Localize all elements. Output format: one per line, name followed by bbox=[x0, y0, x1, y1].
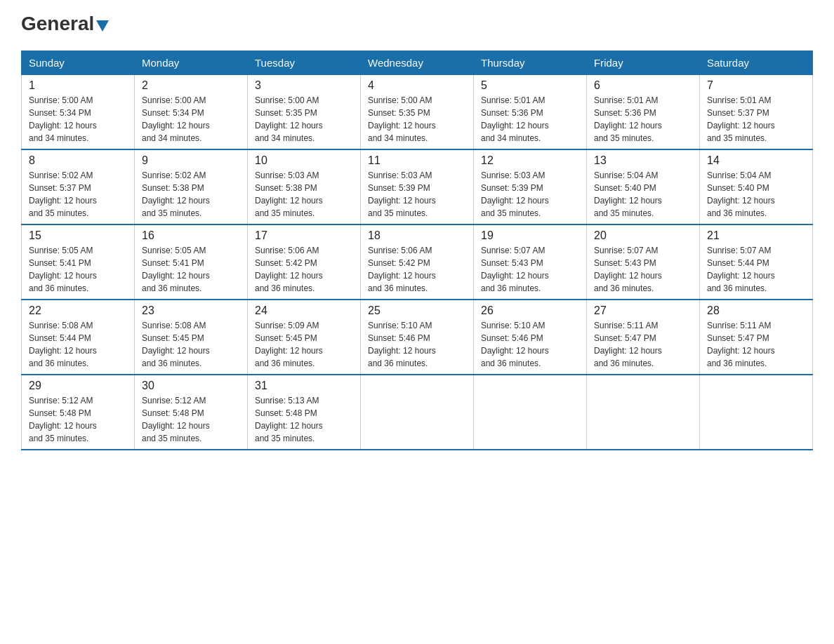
calendar-cell: 14Sunrise: 5:04 AMSunset: 5:40 PMDayligh… bbox=[700, 149, 813, 224]
day-detail: Sunrise: 5:09 AMSunset: 5:45 PMDaylight:… bbox=[255, 319, 353, 370]
calendar-cell: 13Sunrise: 5:04 AMSunset: 5:40 PMDayligh… bbox=[587, 149, 700, 224]
calendar-cell: 9Sunrise: 5:02 AMSunset: 5:38 PMDaylight… bbox=[135, 149, 248, 224]
svg-marker-0 bbox=[96, 20, 109, 32]
day-detail: Sunrise: 5:01 AMSunset: 5:36 PMDaylight:… bbox=[481, 94, 579, 145]
day-number: 14 bbox=[707, 154, 805, 167]
calendar-week-4: 22Sunrise: 5:08 AMSunset: 5:44 PMDayligh… bbox=[22, 300, 813, 375]
day-number: 26 bbox=[481, 304, 579, 317]
calendar-cell bbox=[474, 375, 587, 450]
day-detail: Sunrise: 5:00 AMSunset: 5:34 PMDaylight:… bbox=[142, 94, 240, 145]
day-detail: Sunrise: 5:13 AMSunset: 5:48 PMDaylight:… bbox=[255, 394, 353, 445]
day-detail: Sunrise: 5:00 AMSunset: 5:35 PMDaylight:… bbox=[255, 94, 353, 145]
day-detail: Sunrise: 5:02 AMSunset: 5:38 PMDaylight:… bbox=[142, 169, 240, 220]
calendar-cell: 11Sunrise: 5:03 AMSunset: 5:39 PMDayligh… bbox=[361, 149, 474, 224]
day-number: 11 bbox=[368, 154, 466, 167]
day-detail: Sunrise: 5:10 AMSunset: 5:46 PMDaylight:… bbox=[481, 319, 579, 370]
calendar-cell: 30Sunrise: 5:12 AMSunset: 5:48 PMDayligh… bbox=[135, 375, 248, 450]
calendar-week-1: 1Sunrise: 5:00 AMSunset: 5:34 PMDaylight… bbox=[22, 74, 813, 149]
calendar-cell bbox=[700, 375, 813, 450]
calendar-cell: 8Sunrise: 5:02 AMSunset: 5:37 PMDaylight… bbox=[22, 149, 135, 224]
calendar-cell: 2Sunrise: 5:00 AMSunset: 5:34 PMDaylight… bbox=[135, 74, 248, 149]
day-number: 4 bbox=[368, 79, 466, 92]
calendar-cell: 15Sunrise: 5:05 AMSunset: 5:41 PMDayligh… bbox=[22, 224, 135, 300]
calendar-cell: 27Sunrise: 5:11 AMSunset: 5:47 PMDayligh… bbox=[587, 300, 700, 375]
day-number: 20 bbox=[594, 229, 692, 242]
day-detail: Sunrise: 5:07 AMSunset: 5:43 PMDaylight:… bbox=[594, 244, 692, 295]
day-number: 22 bbox=[29, 304, 127, 317]
calendar-cell: 22Sunrise: 5:08 AMSunset: 5:44 PMDayligh… bbox=[22, 300, 135, 375]
calendar-cell: 1Sunrise: 5:00 AMSunset: 5:34 PMDaylight… bbox=[22, 74, 135, 149]
calendar-cell: 18Sunrise: 5:06 AMSunset: 5:42 PMDayligh… bbox=[361, 224, 474, 300]
day-number: 13 bbox=[594, 154, 692, 167]
day-detail: Sunrise: 5:04 AMSunset: 5:40 PMDaylight:… bbox=[707, 169, 805, 220]
day-detail: Sunrise: 5:11 AMSunset: 5:47 PMDaylight:… bbox=[594, 319, 692, 370]
calendar-cell: 20Sunrise: 5:07 AMSunset: 5:43 PMDayligh… bbox=[587, 224, 700, 300]
day-detail: Sunrise: 5:10 AMSunset: 5:46 PMDaylight:… bbox=[368, 319, 466, 370]
day-number: 19 bbox=[481, 229, 579, 242]
calendar-cell: 24Sunrise: 5:09 AMSunset: 5:45 PMDayligh… bbox=[248, 300, 361, 375]
logo-general: General bbox=[21, 13, 94, 34]
calendar-table: SundayMondayTuesdayWednesdayThursdayFrid… bbox=[21, 51, 813, 450]
day-detail: Sunrise: 5:07 AMSunset: 5:43 PMDaylight:… bbox=[481, 244, 579, 295]
calendar-week-2: 8Sunrise: 5:02 AMSunset: 5:37 PMDaylight… bbox=[22, 149, 813, 224]
calendar-cell: 25Sunrise: 5:10 AMSunset: 5:46 PMDayligh… bbox=[361, 300, 474, 375]
page-header: General bbox=[21, 14, 813, 36]
col-header-tuesday: Tuesday bbox=[248, 51, 361, 74]
calendar-cell: 12Sunrise: 5:03 AMSunset: 5:39 PMDayligh… bbox=[474, 149, 587, 224]
day-number: 7 bbox=[707, 79, 805, 92]
calendar-week-3: 15Sunrise: 5:05 AMSunset: 5:41 PMDayligh… bbox=[22, 224, 813, 300]
logo-arrow-icon bbox=[96, 15, 109, 35]
col-header-saturday: Saturday bbox=[700, 51, 813, 74]
day-number: 16 bbox=[142, 229, 240, 242]
calendar-cell: 21Sunrise: 5:07 AMSunset: 5:44 PMDayligh… bbox=[700, 224, 813, 300]
day-number: 21 bbox=[707, 229, 805, 242]
day-number: 9 bbox=[142, 154, 240, 167]
calendar-cell bbox=[587, 375, 700, 450]
day-detail: Sunrise: 5:01 AMSunset: 5:36 PMDaylight:… bbox=[594, 94, 692, 145]
col-header-sunday: Sunday bbox=[22, 51, 135, 74]
day-detail: Sunrise: 5:12 AMSunset: 5:48 PMDaylight:… bbox=[29, 394, 127, 445]
col-header-friday: Friday bbox=[587, 51, 700, 74]
day-number: 25 bbox=[368, 304, 466, 317]
day-detail: Sunrise: 5:06 AMSunset: 5:42 PMDaylight:… bbox=[255, 244, 353, 295]
calendar-cell: 31Sunrise: 5:13 AMSunset: 5:48 PMDayligh… bbox=[248, 375, 361, 450]
day-number: 15 bbox=[29, 229, 127, 242]
calendar-cell: 7Sunrise: 5:01 AMSunset: 5:37 PMDaylight… bbox=[700, 74, 813, 149]
day-number: 1 bbox=[29, 79, 127, 92]
calendar-cell: 6Sunrise: 5:01 AMSunset: 5:36 PMDaylight… bbox=[587, 74, 700, 149]
calendar-cell bbox=[361, 375, 474, 450]
day-detail: Sunrise: 5:02 AMSunset: 5:37 PMDaylight:… bbox=[29, 169, 127, 220]
day-detail: Sunrise: 5:00 AMSunset: 5:34 PMDaylight:… bbox=[29, 94, 127, 145]
calendar-cell: 29Sunrise: 5:12 AMSunset: 5:48 PMDayligh… bbox=[22, 375, 135, 450]
calendar-header-row: SundayMondayTuesdayWednesdayThursdayFrid… bbox=[22, 51, 813, 74]
day-detail: Sunrise: 5:07 AMSunset: 5:44 PMDaylight:… bbox=[707, 244, 805, 295]
day-number: 30 bbox=[142, 380, 240, 392]
day-detail: Sunrise: 5:08 AMSunset: 5:44 PMDaylight:… bbox=[29, 319, 127, 370]
day-detail: Sunrise: 5:08 AMSunset: 5:45 PMDaylight:… bbox=[142, 319, 240, 370]
col-header-monday: Monday bbox=[135, 51, 248, 74]
day-number: 3 bbox=[255, 79, 353, 92]
calendar-cell: 3Sunrise: 5:00 AMSunset: 5:35 PMDaylight… bbox=[248, 74, 361, 149]
day-number: 18 bbox=[368, 229, 466, 242]
calendar-cell: 4Sunrise: 5:00 AMSunset: 5:35 PMDaylight… bbox=[361, 74, 474, 149]
col-header-wednesday: Wednesday bbox=[361, 51, 474, 74]
calendar-cell: 23Sunrise: 5:08 AMSunset: 5:45 PMDayligh… bbox=[135, 300, 248, 375]
day-number: 27 bbox=[594, 304, 692, 317]
day-detail: Sunrise: 5:05 AMSunset: 5:41 PMDaylight:… bbox=[142, 244, 240, 295]
day-number: 12 bbox=[481, 154, 579, 167]
logo-top: General bbox=[21, 14, 109, 35]
day-number: 29 bbox=[29, 380, 127, 392]
day-number: 31 bbox=[255, 380, 353, 392]
day-number: 23 bbox=[142, 304, 240, 317]
day-detail: Sunrise: 5:01 AMSunset: 5:37 PMDaylight:… bbox=[707, 94, 805, 145]
col-header-thursday: Thursday bbox=[474, 51, 587, 74]
day-number: 5 bbox=[481, 79, 579, 92]
calendar-cell: 28Sunrise: 5:11 AMSunset: 5:47 PMDayligh… bbox=[700, 300, 813, 375]
day-number: 2 bbox=[142, 79, 240, 92]
day-detail: Sunrise: 5:03 AMSunset: 5:39 PMDaylight:… bbox=[368, 169, 466, 220]
calendar-cell: 5Sunrise: 5:01 AMSunset: 5:36 PMDaylight… bbox=[474, 74, 587, 149]
day-number: 28 bbox=[707, 304, 805, 317]
calendar-cell: 26Sunrise: 5:10 AMSunset: 5:46 PMDayligh… bbox=[474, 300, 587, 375]
logo: General bbox=[21, 14, 109, 36]
calendar-week-5: 29Sunrise: 5:12 AMSunset: 5:48 PMDayligh… bbox=[22, 375, 813, 450]
